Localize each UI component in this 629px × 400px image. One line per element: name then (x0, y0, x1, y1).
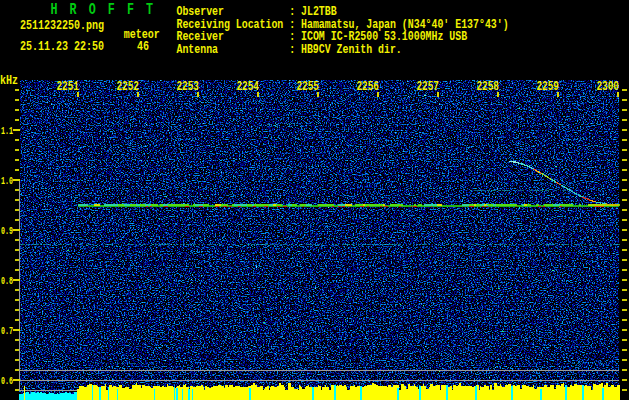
svg-text:2251: 2251 (57, 79, 80, 94)
svg-text:1.1: 1.1 (1, 125, 13, 137)
svg-text:F: F (127, 1, 134, 19)
svg-text:T: T (146, 1, 153, 19)
svg-text:2511232250.png: 2511232250.png (20, 19, 104, 33)
svg-text:H: H (51, 1, 58, 19)
svg-text:46: 46 (137, 40, 149, 54)
svg-text:F: F (108, 1, 115, 19)
svg-text:1.0: 1.0 (1, 175, 13, 187)
svg-text:0.8: 0.8 (1, 275, 13, 287)
svg-text:25.11.23 22:50: 25.11.23 22:50 (20, 40, 104, 54)
svg-text:2300: 2300 (597, 79, 620, 94)
svg-text:kHz: kHz (0, 74, 18, 88)
svg-text:2256: 2256 (357, 79, 380, 94)
svg-text:R: R (70, 1, 77, 19)
svg-text:0.9: 0.9 (1, 225, 13, 237)
svg-text:0.6: 0.6 (1, 375, 13, 387)
svg-text:0.7: 0.7 (1, 325, 13, 337)
svg-text:2258: 2258 (477, 79, 500, 94)
svg-text:2252: 2252 (117, 79, 140, 94)
svg-text:2255: 2255 (297, 79, 320, 94)
svg-text:2257: 2257 (417, 79, 440, 94)
svg-text:2253: 2253 (177, 79, 200, 94)
svg-text:2254: 2254 (237, 79, 260, 94)
svg-text:Antenna : HB9CV Zen: Antenna : HB9CV Zenith dir. (177, 43, 402, 57)
svg-text:O: O (89, 1, 96, 19)
svg-text:2259: 2259 (537, 79, 560, 94)
